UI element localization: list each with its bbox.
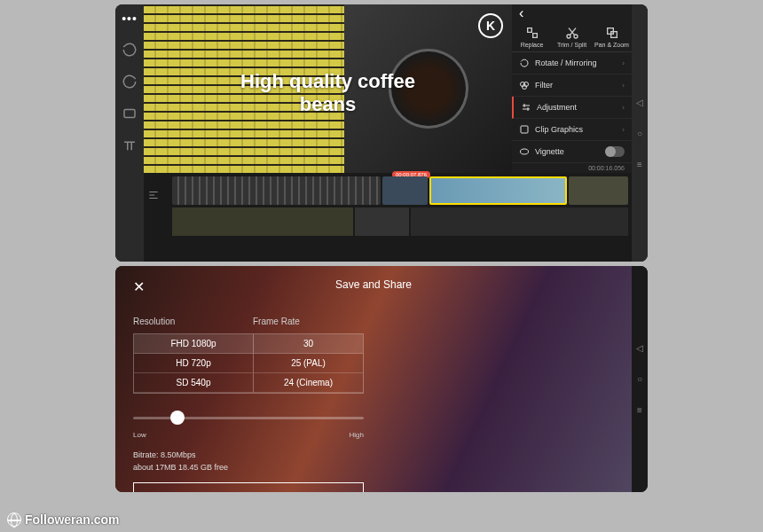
clip-icon	[519, 124, 530, 135]
chevron-right-icon: ›	[622, 59, 625, 67]
tab-label: Replace	[521, 42, 544, 48]
system-nav-bar: ◁ ○ ≡	[632, 4, 648, 262]
options-list: Rotate / Mirroring › Filter › Adjustment…	[512, 52, 632, 173]
options-table: FHD 1080p 30 HD 720p 25 (PAL) SD 540p 24…	[133, 333, 364, 394]
adjust-icon	[521, 102, 531, 113]
vignette-icon	[519, 146, 530, 157]
resolution-option[interactable]: HD 720p	[134, 354, 254, 373]
left-toolbar: •••	[115, 4, 144, 262]
share-title: Save and Share	[335, 278, 412, 291]
framerate-option[interactable]: 24 (Cinema)	[254, 373, 363, 393]
close-icon[interactable]: ✕	[133, 279, 145, 294]
save-share-screen: ✕ Save and Share Resolution Frame Rate F…	[115, 266, 648, 492]
svg-rect-8	[521, 126, 528, 133]
slider-high-label: High	[350, 431, 364, 439]
size-info: about 17MB 18.45 GB free	[133, 462, 364, 474]
option-label: Adjustment	[537, 103, 577, 112]
tab-panzoom[interactable]: Pan & Zoom	[592, 26, 632, 48]
redo-icon[interactable]	[122, 74, 138, 90]
chevron-right-icon: ›	[622, 126, 625, 134]
clip-thumb[interactable]	[355, 207, 409, 236]
framerate-header: Frame Rate	[253, 317, 300, 326]
option-row[interactable]: FHD 1080p 30	[134, 334, 363, 354]
bitrate-slider[interactable]	[133, 410, 364, 427]
watermark-text: Followeran.com	[25, 512, 120, 527]
selected-clip[interactable]	[429, 176, 567, 205]
option-filter[interactable]: Filter ›	[512, 74, 632, 97]
system-nav-bar: ◁ ○ ≡	[632, 266, 648, 492]
nav-home-icon[interactable]: ○	[637, 374, 642, 384]
watermark: Followeran.com	[7, 512, 120, 527]
save-video-button[interactable]: Save as Video	[133, 482, 364, 492]
nav-back-icon[interactable]: ◁	[636, 343, 643, 353]
video-clip[interactable]	[382, 176, 427, 205]
preview-area: K High quality coffee beans ‹ Replace Tr…	[144, 4, 632, 173]
nav-back-icon[interactable]: ◁	[636, 98, 643, 107]
resolution-option[interactable]: SD 540p	[134, 373, 254, 393]
option-vignette[interactable]: Vignette	[512, 141, 632, 163]
timeline-track-1[interactable]	[172, 176, 628, 205]
option-adjustment[interactable]: Adjustment ›	[512, 97, 632, 119]
clip-thumb[interactable]	[172, 207, 353, 236]
option-label: Vignette	[535, 147, 564, 156]
back-button[interactable]: ‹	[512, 4, 632, 22]
preview-canvas[interactable]: K High quality coffee beans	[144, 4, 512, 173]
tab-replace[interactable]: Replace	[512, 26, 552, 48]
align-icon[interactable]	[147, 189, 160, 205]
option-label: Rotate / Mirroring	[535, 59, 597, 67]
nav-home-icon[interactable]: ○	[637, 129, 642, 138]
editor-main: K High quality coffee beans ‹ Replace Tr…	[144, 4, 632, 262]
panzoom-icon	[605, 26, 619, 40]
option-clip-graphics[interactable]: Clip Graphics ›	[512, 119, 632, 141]
option-row[interactable]: HD 720p 25 (PAL)	[134, 354, 363, 373]
chevron-right-icon: ›	[622, 104, 625, 112]
tab-trim[interactable]: Trim / Split	[552, 26, 592, 48]
globe-icon	[7, 512, 21, 527]
rotate-icon	[519, 58, 530, 68]
tab-label: Trim / Split	[557, 42, 586, 48]
option-label: Clip Graphics	[535, 125, 583, 134]
video-editor-screen: ••• K High quality coffee beans ‹ Repl	[115, 4, 648, 262]
nav-recent-icon[interactable]: ≡	[637, 405, 642, 415]
timeline-track-2[interactable]	[172, 207, 628, 236]
edit-options-panel: ‹ Replace Trim / Split Pan & Zoom	[512, 4, 632, 173]
resolution-header: Resolution	[133, 317, 253, 326]
slider-labels: Low High	[133, 431, 364, 439]
video-clip[interactable]	[569, 176, 628, 205]
option-label: Filter	[535, 81, 553, 90]
trim-icon	[565, 26, 579, 40]
export-settings: Resolution Frame Rate FHD 1080p 30 HD 72…	[133, 317, 364, 492]
tool-tabs: Replace Trim / Split Pan & Zoom	[512, 22, 632, 52]
clip-thumb[interactable]	[411, 207, 628, 236]
undo-icon[interactable]	[122, 42, 138, 58]
framerate-option[interactable]: 30	[254, 334, 363, 354]
option-rotate[interactable]: Rotate / Mirroring ›	[512, 52, 632, 74]
app-logo-icon: K	[478, 13, 503, 38]
capture-icon[interactable]	[122, 106, 138, 121]
column-headers: Resolution Frame Rate	[133, 317, 364, 326]
slider-thumb[interactable]	[170, 411, 185, 425]
chevron-right-icon: ›	[622, 82, 625, 90]
timeline[interactable]: 00:00:07.876	[144, 173, 632, 262]
option-row[interactable]: SD 540p 24 (Cinema)	[134, 373, 363, 393]
delete-icon[interactable]	[122, 137, 138, 153]
svg-point-9	[521, 149, 529, 154]
slider-track	[133, 417, 364, 419]
svg-rect-0	[124, 110, 135, 118]
vignette-toggle[interactable]	[605, 146, 625, 157]
replace-icon	[525, 26, 539, 40]
filter-icon	[519, 80, 530, 90]
audio-clip[interactable]	[172, 176, 381, 205]
slider-low-label: Low	[133, 431, 146, 439]
nav-recent-icon[interactable]: ≡	[637, 160, 642, 169]
bitrate-value: Bitrate: 8.50Mbps	[133, 450, 364, 462]
tab-label: Pan & Zoom	[594, 42, 629, 48]
more-icon[interactable]: •••	[122, 12, 138, 26]
resolution-option[interactable]: FHD 1080p	[134, 334, 254, 354]
preview-overlay-text: High quality coffee beans	[236, 70, 421, 117]
total-duration: 00:00:16.056	[512, 163, 632, 173]
share-panel: ✕ Save and Share Resolution Frame Rate F…	[115, 266, 632, 492]
bitrate-info: Bitrate: 8.50Mbps about 17MB 18.45 GB fr…	[133, 450, 364, 473]
framerate-option[interactable]: 25 (PAL)	[254, 354, 363, 373]
